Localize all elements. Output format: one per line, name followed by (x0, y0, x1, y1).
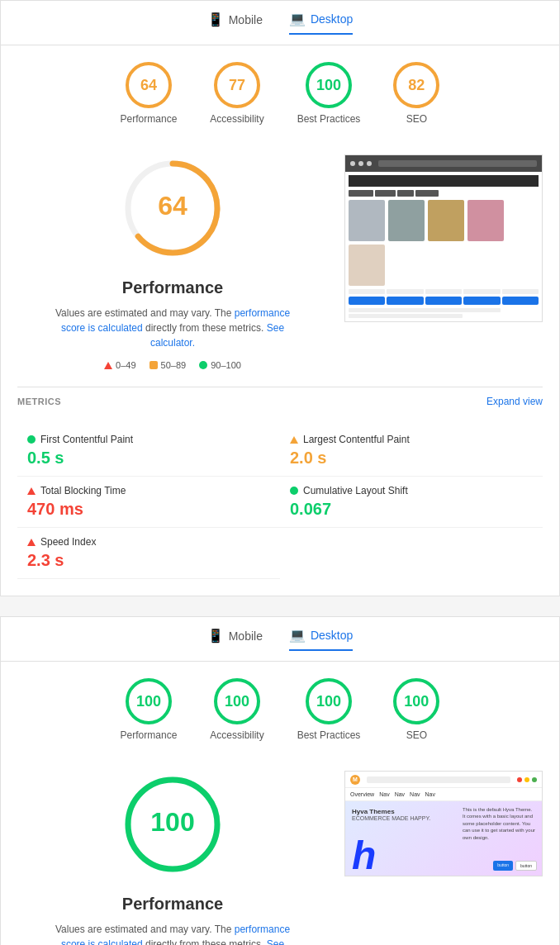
section-2: 📱 Mobile 💻 Desktop 100 Performance 100 A… (0, 616, 560, 945)
score-value-accessibility-2: 100 (225, 693, 249, 710)
main-content-1: 64 Performance Values are estimated and … (1, 138, 559, 387)
perf-title-1: Performance (122, 278, 223, 297)
tab-mobile-1[interactable]: 📱 Mobile (207, 12, 263, 34)
dot-green-cls-1 (290, 487, 298, 495)
score-label-accessibility-2: Accessibility (210, 729, 263, 741)
score-label-seo-1: SEO (406, 113, 427, 125)
score-circle-seo-1: 82 (393, 62, 439, 108)
mobile-icon-2: 📱 (207, 628, 224, 643)
cls-value-1: 0.067 (290, 500, 533, 519)
tab-mobile-2[interactable]: 📱 Mobile (207, 628, 263, 650)
metric-tbt-name-1: Total Blocking Time (27, 485, 270, 496)
cls-label-1: Cumulative Layout Shift (303, 485, 408, 496)
expand-view-1[interactable]: Expand view (486, 396, 543, 407)
left-panel-1: 64 Performance Values are estimated and … (17, 154, 328, 370)
score-bestpractices-2: 100 Best Practices (297, 678, 361, 741)
score-label-bestpractices-2: Best Practices (297, 729, 361, 741)
luma-products (349, 200, 539, 286)
metric-si-name-1: Speed Index (27, 536, 270, 548)
section-1: 📱 Mobile 💻 Desktop 64 Performance 77 Acc… (0, 0, 560, 596)
tab-mobile-label-1: Mobile (229, 13, 263, 26)
metric-fcp-1: First Contentful Paint 0.5 s (17, 425, 280, 477)
score-value-bestpractices-1: 100 (316, 77, 341, 94)
tbt-value-1: 470 ms (27, 500, 270, 519)
desc-text-2: Values are estimated and may vary. The (55, 924, 235, 935)
hyva-screenshot: M OverviewNavNavNavNav Hyva Themes (344, 771, 543, 876)
score-value-performance-2: 100 (136, 693, 161, 710)
tab-bar-1: 📱 Mobile 💻 Desktop (1, 1, 559, 45)
divider (0, 610, 560, 616)
score-seo-1: 82 SEO (393, 62, 439, 125)
triangle-orange-lcp-1 (290, 436, 298, 444)
desc-text-1: Values are estimated and may vary. The (55, 307, 235, 319)
legend-orange-label-1: 50–89 (161, 360, 187, 370)
luma-body (345, 172, 542, 321)
si-label-1: Speed Index (40, 536, 96, 548)
score-value-bestpractices-2: 100 (316, 693, 341, 710)
score-bestpractices-1: 100 Best Practices (297, 62, 361, 125)
score-arc-1: 64 (119, 154, 226, 262)
tab-mobile-label-2: Mobile (229, 629, 263, 643)
desc-cont-1: directly from these metrics. (145, 322, 267, 334)
legend-green-1: 90–100 (199, 360, 241, 370)
score-circle-seo-2: 100 (393, 678, 439, 724)
scores-row-2: 100 Performance 100 Accessibility 100 Be… (1, 662, 559, 754)
score-value-seo-2: 100 (404, 693, 429, 710)
main-content-2: 100 Performance Values are estimated and… (1, 754, 559, 945)
score-value-performance-1: 64 (140, 77, 157, 94)
lcp-value-1: 2.0 s (290, 449, 533, 468)
tab-desktop-2[interactable]: 💻 Desktop (289, 627, 353, 651)
legend-red-label-1: 0–49 (116, 360, 135, 370)
legend-red-1: 0–49 (104, 360, 135, 370)
perf-title-2: Performance (122, 895, 223, 914)
score-circle-accessibility-1: 77 (214, 62, 260, 108)
tab-desktop-label-2: Desktop (311, 629, 353, 642)
metric-cls-name-1: Cumulative Layout Shift (290, 485, 533, 496)
score-accessibility-2: 100 Accessibility (210, 678, 263, 741)
metric-si-1: Speed Index 2.3 s (17, 528, 280, 579)
metric-lcp-name-1: Largest Contentful Paint (290, 434, 533, 445)
score-performance-2: 100 Performance (121, 678, 178, 741)
metric-tbt-1: Total Blocking Time 470 ms (17, 477, 280, 528)
left-panel-2: 100 Performance Values are estimated and… (17, 771, 328, 945)
score-arc-2: 100 (119, 771, 226, 878)
tab-desktop-label-1: Desktop (311, 12, 353, 26)
score-label-performance-2: Performance (121, 729, 178, 741)
triangle-icon-1 (104, 362, 112, 369)
legend-green-label-1: 90–100 (211, 360, 241, 370)
score-circle-accessibility-2: 100 (214, 678, 260, 724)
score-label-accessibility-1: Accessibility (210, 113, 263, 125)
desc-cont-2: directly from these metrics. (145, 938, 267, 945)
metric-cls-1: Cumulative Layout Shift 0.067 (280, 477, 543, 528)
metrics-section-1: METRICS Expand view First Contentful Pai… (1, 387, 559, 596)
lcp-label-1: Largest Contentful Paint (303, 434, 410, 445)
metrics-label-1: METRICS (17, 397, 61, 406)
legend-orange-1: 50–89 (149, 360, 187, 370)
perf-description-2: Values are estimated and may vary. The p… (49, 922, 297, 945)
metrics-grid-1: First Contentful Paint 0.5 s Largest Con… (17, 425, 543, 579)
desktop-icon-1: 💻 (289, 11, 306, 26)
score-label-bestpractices-1: Best Practices (297, 113, 361, 125)
score-label-seo-2: SEO (406, 729, 427, 741)
score-performance-1: 64 Performance (121, 62, 178, 125)
luma-header (345, 155, 542, 172)
triangle-red-si-1 (27, 539, 36, 546)
fcp-label-1: First Contentful Paint (40, 434, 133, 445)
tab-desktop-1[interactable]: 💻 Desktop (289, 11, 353, 35)
score-value-accessibility-1: 77 (229, 77, 245, 94)
desktop-icon-2: 💻 (289, 627, 306, 643)
score-circle-bestpractices-1: 100 (306, 62, 352, 108)
luma-screenshot (344, 154, 543, 322)
score-accessibility-1: 77 Accessibility (210, 62, 263, 125)
dot-green-fcp-1 (27, 435, 36, 444)
scores-row-1: 64 Performance 77 Accessibility 100 Best… (1, 45, 559, 138)
score-label-performance-1: Performance (121, 113, 178, 125)
metric-fcp-name-1: First Contentful Paint (27, 434, 270, 445)
fcp-value-1: 0.5 s (27, 449, 270, 468)
svg-text:100: 100 (150, 807, 194, 837)
triangle-red-tbt-1 (27, 487, 36, 495)
right-panel-2: M OverviewNavNavNavNav Hyva Themes (344, 771, 543, 876)
dot-icon-1 (199, 361, 207, 369)
svg-text:64: 64 (158, 191, 187, 221)
si-value-1: 2.3 s (27, 551, 270, 570)
